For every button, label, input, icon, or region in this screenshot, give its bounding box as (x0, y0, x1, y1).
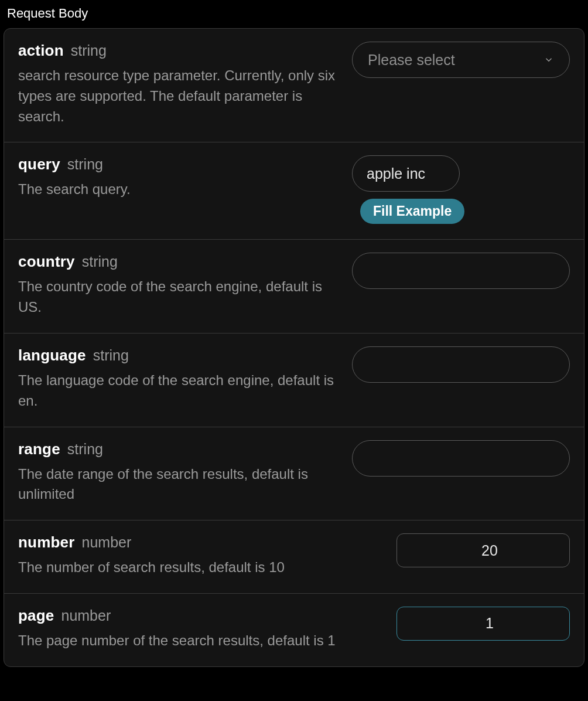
param-name: number (18, 533, 75, 552)
param-name: action (18, 42, 64, 60)
param-row-country: country string The country code of the s… (4, 240, 584, 334)
fill-example-button[interactable]: Fill Example (360, 199, 464, 224)
param-name: query (18, 155, 60, 173)
param-row-query: query string The search query. Fill Exam… (4, 142, 584, 240)
range-input[interactable] (352, 440, 570, 477)
param-desc: The number of search results, default is… (18, 557, 341, 578)
number-stepper[interactable] (396, 533, 570, 567)
param-desc: The date range of the search results, de… (18, 464, 341, 505)
param-type: string (93, 347, 129, 364)
param-desc: The language code of the search engine, … (18, 370, 341, 411)
page-stepper[interactable] (396, 607, 570, 641)
query-input[interactable] (352, 155, 460, 192)
param-desc: The page number of the search results, d… (18, 631, 341, 651)
param-desc: The search query. (18, 179, 341, 200)
param-type: string (67, 156, 103, 173)
param-type: string (71, 42, 107, 59)
param-name: language (18, 346, 86, 365)
language-input[interactable] (352, 346, 570, 383)
param-row-number: number number The number of search resul… (4, 520, 584, 594)
param-row-language: language string The language code of the… (4, 334, 584, 427)
param-row-range: range string The date range of the searc… (4, 427, 584, 521)
select-placeholder: Please select (368, 52, 455, 69)
param-desc: The country code of the search engine, d… (18, 277, 341, 318)
param-type: number (82, 534, 132, 551)
number-input[interactable] (397, 534, 570, 567)
chevron-down-icon (543, 55, 554, 65)
request-body-panel: action string search resource type param… (4, 28, 584, 667)
param-row-action: action string search resource type param… (4, 29, 584, 142)
page-input[interactable] (397, 607, 570, 640)
param-desc: search resource type parameter. Currentl… (18, 66, 341, 127)
country-input[interactable] (352, 253, 570, 289)
param-name: country (18, 253, 75, 271)
param-type: number (61, 607, 111, 624)
action-select[interactable]: Please select (352, 42, 570, 78)
param-name: page (18, 607, 54, 625)
param-row-page: page number The page number of the searc… (4, 594, 584, 666)
section-title: Request Body (0, 0, 588, 28)
param-name: range (18, 440, 60, 458)
param-type: string (67, 441, 103, 458)
param-type: string (82, 253, 118, 270)
